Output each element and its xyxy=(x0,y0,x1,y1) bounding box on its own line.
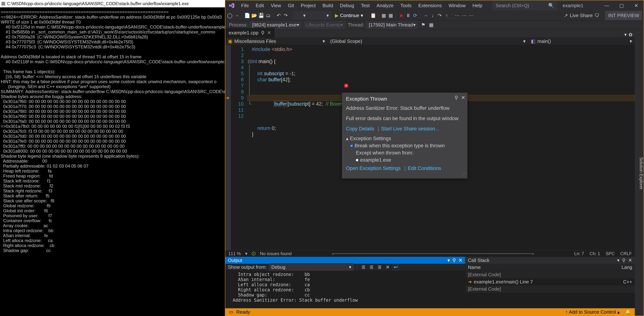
toolbar-icon[interactable]: ▦ xyxy=(388,13,394,18)
feedback-icon[interactable]: 🗨 xyxy=(594,13,599,18)
tab-settings-icon[interactable]: ✿ xyxy=(628,32,632,37)
step-into-button[interactable]: ↓ xyxy=(430,13,436,18)
menu-file[interactable]: File xyxy=(238,2,252,9)
console-titlebar[interactable]: C:\MSDN\cpp-docs-pr\docs\c-language\ASAN… xyxy=(0,0,225,7)
clear-button[interactable]: ✕ xyxy=(385,264,391,270)
pin-icon[interactable]: ⚲ xyxy=(261,30,264,36)
continue-button[interactable]: ▶ Continue ▾ xyxy=(332,11,366,19)
output-btn[interactable]: ≣ xyxy=(360,264,366,270)
edit-conditions-link[interactable]: Edit Conditions xyxy=(408,165,441,171)
dropdown-icon[interactable]: ▾ xyxy=(448,258,450,263)
code-editor[interactable]: 123 456 789 101112 ⊟││││││└ #include <st… xyxy=(225,45,635,250)
open-button[interactable]: 📂 xyxy=(251,13,257,18)
close-button[interactable]: ✕ xyxy=(629,0,644,11)
wrap-button[interactable]: ↩ xyxy=(393,264,399,270)
menu-project[interactable]: Project xyxy=(298,2,319,9)
menu-window[interactable]: Window xyxy=(446,2,468,9)
nav-member[interactable]: ◧main()▾ xyxy=(528,38,635,45)
new-item-button[interactable]: 📄 xyxy=(244,13,250,18)
callstack-row[interactable]: ➜example1.exe!main() Line 7C++ xyxy=(465,278,635,286)
restart-button[interactable]: ⟳ xyxy=(412,13,418,18)
process-dropdown[interactable]: [9824] example1.exe▾ xyxy=(250,21,301,29)
toolbar-icon[interactable]: 📋 xyxy=(370,13,376,18)
undo-button[interactable]: ↶ xyxy=(276,13,282,18)
output-text[interactable]: Intra object redzone: bb ASan internal: … xyxy=(225,271,465,308)
callstack-header[interactable]: Name Lang xyxy=(465,264,635,271)
lifecycle-dropdown[interactable]: Lifecycle Events▾ xyxy=(304,21,346,29)
menu-extensions[interactable]: Extensions xyxy=(416,2,445,9)
config-dropdown[interactable]: ▾ xyxy=(293,11,308,19)
output-title[interactable]: Output ▾⚲✕ xyxy=(225,257,465,264)
error-icon[interactable]: ✕ xyxy=(344,84,348,88)
step-out-button[interactable]: ↑ xyxy=(444,13,450,18)
line-indicator[interactable]: Ln: 7 xyxy=(574,251,584,256)
eol-indicator[interactable]: CRLF xyxy=(620,251,632,256)
open-exception-settings-link[interactable]: Open Exception Settings xyxy=(346,165,401,171)
minimize-button[interactable]: — xyxy=(600,0,614,11)
nav-back-button[interactable]: ◯ xyxy=(227,13,233,18)
nav-fwd-button[interactable]: → xyxy=(234,13,240,18)
menu-debug[interactable]: Debug xyxy=(337,2,357,9)
vs-titlebar[interactable]: File Edit View Git Project Build Debug T… xyxy=(225,0,644,11)
nav-project[interactable]: ▣Miscellaneous Files▾ xyxy=(225,38,328,45)
menu-view[interactable]: View xyxy=(268,2,284,9)
copy-details-link[interactable]: Copy Details xyxy=(346,126,374,132)
solution-explorer-tab[interactable]: Solution Explorer xyxy=(639,157,644,189)
close-icon[interactable]: ✕ xyxy=(628,258,632,263)
nav-scope[interactable]: (Global Scope)▾ xyxy=(328,38,528,45)
menu-edit[interactable]: Edit xyxy=(253,2,267,9)
close-icon[interactable]: ✕ xyxy=(267,30,271,36)
col-indicator[interactable]: Ch: 1 xyxy=(590,251,600,256)
menu-test[interactable]: Test xyxy=(358,2,373,9)
step-over-button[interactable]: ↷ xyxy=(437,13,443,18)
save-all-button[interactable]: 🗂 xyxy=(265,13,271,18)
liveshare-button[interactable]: ↗ Live Share 🗨 xyxy=(561,11,602,19)
issues-text[interactable]: No issues found xyxy=(260,251,292,256)
callstack-row[interactable]: [External Code] xyxy=(465,271,635,278)
tab-overflow-icon[interactable]: ▾ xyxy=(624,32,627,37)
platform-dropdown[interactable]: ▾ xyxy=(309,11,331,19)
output-source-dropdown[interactable]: Debug▾ xyxy=(269,263,354,271)
redo-button[interactable]: ↷ xyxy=(283,13,289,18)
zoom-level[interactable]: 111 % xyxy=(228,251,241,256)
toolbar-icon[interactable]: ⋯ xyxy=(468,13,474,18)
thread-dropdown[interactable]: [17592] Main Thread▾ xyxy=(366,21,418,29)
code-content[interactable]: #include <stdio.h> int main() { int subs… xyxy=(252,45,635,250)
show-next-button[interactable]: → xyxy=(423,13,429,18)
output-btn[interactable]: ≣ xyxy=(377,264,382,270)
thread-icon[interactable]: ⚑ xyxy=(420,22,426,28)
break-all-button[interactable]: ⏸ xyxy=(405,13,411,18)
search-box[interactable]: Search (Ctrl+Q) 🔍 xyxy=(492,1,557,10)
toolbar-icon[interactable]: ▦ xyxy=(381,13,387,18)
menu-analyze[interactable]: Analyze xyxy=(374,2,396,9)
menu-git[interactable]: Git xyxy=(285,2,297,9)
start-liveshare-link[interactable]: Start Live Share session... xyxy=(381,126,439,132)
stack-frame-icon[interactable]: ▦ xyxy=(428,22,434,28)
toolbar-icon[interactable]: ⋯ xyxy=(454,13,460,18)
exception-settings-toggle[interactable]: ▴ Exception Settings xyxy=(346,136,464,142)
indent-indicator[interactable]: SPC xyxy=(606,251,615,256)
menu-tools[interactable]: Tools xyxy=(397,2,414,9)
close-icon[interactable]: ✕ xyxy=(461,95,465,101)
output-btn[interactable]: ≣ xyxy=(368,264,374,270)
notifications-icon[interactable]: 🔔 xyxy=(625,309,631,315)
pin-icon[interactable]: ⚲ xyxy=(622,258,626,263)
except-exe-checkbox[interactable]: example1.exe xyxy=(356,157,464,163)
close-icon[interactable]: ✕ xyxy=(458,258,462,263)
hscroll[interactable]: ◂━━━━━━━━━━━━━━━━━━━━━━━━━━━━━━━━━━━━━━━… xyxy=(332,251,534,256)
resize-grip-icon[interactable]: ⋰ xyxy=(462,171,466,177)
dropdown-icon[interactable]: ▾ xyxy=(617,258,620,263)
save-button[interactable]: 💾 xyxy=(258,13,264,18)
source-control-button[interactable]: ↑ Add to Source Control ▴ xyxy=(565,309,620,315)
stop-button[interactable]: ■ xyxy=(398,13,404,18)
tab-example1[interactable]: example1.cpp ⚲ ✕ xyxy=(225,28,274,37)
break-checkbox[interactable]: Break when this exception type is thrown xyxy=(350,143,464,149)
toolbar-icon[interactable]: ⋯ xyxy=(461,13,467,18)
pin-icon[interactable]: ⚲ xyxy=(452,258,456,263)
menu-build[interactable]: Build xyxy=(320,2,336,9)
menu-help[interactable]: Help xyxy=(470,2,485,9)
fold-column[interactable]: ⊟││││││└ xyxy=(248,45,252,250)
callstack-title[interactable]: Call Stack ▾⚲✕ xyxy=(465,257,635,264)
callstack-row[interactable]: [External Code] xyxy=(465,286,635,293)
pin-icon[interactable]: ⚲ xyxy=(454,95,458,101)
